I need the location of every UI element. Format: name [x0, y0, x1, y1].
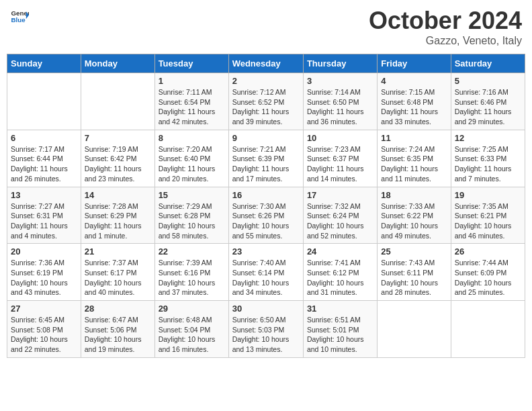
- day-number: 13: [11, 190, 77, 200]
- calendar-cell: 19 Sunrise: 7:35 AMSunset: 6:21 PMDaylig…: [451, 187, 525, 244]
- day-number: 2: [232, 76, 300, 86]
- day-info: Sunrise: 7:25 AMSunset: 6:33 PMDaylight:…: [455, 145, 512, 183]
- day-info: Sunrise: 7:37 AMSunset: 6:17 PMDaylight:…: [85, 259, 142, 296]
- day-info: Sunrise: 7:40 AMSunset: 6:14 PMDaylight:…: [232, 259, 290, 296]
- calendar-cell: 21 Sunrise: 7:37 AMSunset: 6:17 PMDaylig…: [81, 244, 154, 301]
- day-number: 20: [11, 246, 77, 257]
- calendar-week-row: 6 Sunrise: 7:17 AMSunset: 6:44 PMDayligh…: [7, 130, 525, 187]
- page-header: General Blue October 2024 Gazzo, Veneto,…: [7, 7, 525, 47]
- calendar-cell: 31 Sunrise: 6:51 AMSunset: 5:01 PMDaylig…: [303, 301, 377, 358]
- calendar-cell: [7, 73, 81, 130]
- day-number: 30: [232, 304, 300, 314]
- day-number: 5: [455, 76, 521, 86]
- day-info: Sunrise: 7:24 AMSunset: 6:35 PMDaylight:…: [381, 145, 438, 183]
- calendar-cell: [451, 301, 525, 358]
- weekday-header: Tuesday: [154, 54, 228, 73]
- calendar-cell: 12 Sunrise: 7:25 AMSunset: 6:33 PMDaylig…: [451, 130, 525, 187]
- calendar-cell: 23 Sunrise: 7:40 AMSunset: 6:14 PMDaylig…: [228, 244, 303, 301]
- calendar-week-row: 27 Sunrise: 6:45 AMSunset: 5:08 PMDaylig…: [7, 301, 525, 358]
- calendar-cell: 10 Sunrise: 7:23 AMSunset: 6:37 PMDaylig…: [303, 130, 377, 187]
- day-info: Sunrise: 7:16 AMSunset: 6:46 PMDaylight:…: [455, 88, 512, 126]
- day-number: 18: [381, 190, 447, 200]
- calendar-cell: 4 Sunrise: 7:15 AMSunset: 6:48 PMDayligh…: [378, 73, 451, 130]
- day-number: 14: [85, 190, 151, 200]
- calendar-cell: 7 Sunrise: 7:19 AMSunset: 6:42 PMDayligh…: [81, 130, 154, 187]
- svg-text:Blue: Blue: [11, 16, 26, 24]
- day-number: 3: [307, 76, 373, 86]
- calendar-cell: [81, 73, 154, 130]
- day-number: 10: [307, 133, 373, 143]
- day-info: Sunrise: 7:36 AMSunset: 6:19 PMDaylight:…: [11, 259, 68, 296]
- logo-icon: General Blue: [10, 7, 29, 26]
- calendar-cell: 18 Sunrise: 7:33 AMSunset: 6:22 PMDaylig…: [378, 187, 451, 244]
- day-info: Sunrise: 7:29 AMSunset: 6:28 PMDaylight:…: [159, 202, 216, 240]
- day-info: Sunrise: 7:17 AMSunset: 6:44 PMDaylight:…: [11, 145, 68, 183]
- calendar-cell: 25 Sunrise: 7:43 AMSunset: 6:11 PMDaylig…: [378, 244, 451, 301]
- day-info: Sunrise: 7:43 AMSunset: 6:11 PMDaylight:…: [381, 259, 438, 296]
- day-number: 24: [307, 246, 373, 257]
- calendar-cell: 8 Sunrise: 7:20 AMSunset: 6:40 PMDayligh…: [154, 130, 228, 187]
- weekday-header: Saturday: [451, 54, 525, 73]
- day-number: 6: [11, 133, 77, 143]
- day-number: 1: [159, 76, 225, 86]
- calendar-cell: 13 Sunrise: 7:27 AMSunset: 6:31 PMDaylig…: [7, 187, 81, 244]
- day-info: Sunrise: 7:35 AMSunset: 6:21 PMDaylight:…: [455, 202, 512, 240]
- day-number: 26: [455, 246, 521, 257]
- day-info: Sunrise: 6:50 AMSunset: 5:03 PMDaylight:…: [232, 316, 290, 353]
- calendar-cell: 20 Sunrise: 7:36 AMSunset: 6:19 PMDaylig…: [7, 244, 81, 301]
- day-number: 11: [381, 133, 447, 143]
- day-info: Sunrise: 7:11 AMSunset: 6:54 PMDaylight:…: [159, 88, 216, 126]
- day-info: Sunrise: 6:51 AMSunset: 5:01 PMDaylight:…: [307, 316, 364, 353]
- calendar-cell: 9 Sunrise: 7:21 AMSunset: 6:39 PMDayligh…: [228, 130, 303, 187]
- calendar-week-row: 13 Sunrise: 7:27 AMSunset: 6:31 PMDaylig…: [7, 187, 525, 244]
- day-number: 4: [381, 76, 447, 86]
- calendar-cell: 24 Sunrise: 7:41 AMSunset: 6:12 PMDaylig…: [303, 244, 377, 301]
- day-number: 21: [85, 246, 151, 257]
- calendar-week-row: 20 Sunrise: 7:36 AMSunset: 6:19 PMDaylig…: [7, 244, 525, 301]
- logo: General Blue: [10, 7, 29, 26]
- weekday-header: Friday: [378, 54, 451, 73]
- calendar-cell: 16 Sunrise: 7:30 AMSunset: 6:26 PMDaylig…: [228, 187, 303, 244]
- calendar-cell: 11 Sunrise: 7:24 AMSunset: 6:35 PMDaylig…: [378, 130, 451, 187]
- location-title: Gazzo, Veneto, Italy: [369, 35, 522, 47]
- day-number: 23: [232, 246, 300, 257]
- calendar-cell: 2 Sunrise: 7:12 AMSunset: 6:52 PMDayligh…: [228, 73, 303, 130]
- day-number: 19: [455, 190, 521, 200]
- day-number: 25: [381, 246, 447, 257]
- calendar-week-row: 1 Sunrise: 7:11 AMSunset: 6:54 PMDayligh…: [7, 73, 525, 130]
- day-info: Sunrise: 7:12 AMSunset: 6:52 PMDaylight:…: [232, 88, 290, 126]
- day-info: Sunrise: 7:44 AMSunset: 6:09 PMDaylight:…: [455, 259, 512, 296]
- calendar-cell: 6 Sunrise: 7:17 AMSunset: 6:44 PMDayligh…: [7, 130, 81, 187]
- day-info: Sunrise: 7:14 AMSunset: 6:50 PMDaylight:…: [307, 88, 364, 126]
- month-title: October 2024: [369, 7, 522, 35]
- day-info: Sunrise: 7:33 AMSunset: 6:22 PMDaylight:…: [381, 202, 438, 240]
- day-info: Sunrise: 7:28 AMSunset: 6:29 PMDaylight:…: [85, 202, 142, 240]
- day-number: 29: [159, 304, 225, 314]
- weekday-header: Monday: [81, 54, 154, 73]
- weekday-header: Wednesday: [228, 54, 303, 73]
- day-number: 7: [85, 133, 151, 143]
- weekday-header-row: SundayMondayTuesdayWednesdayThursdayFrid…: [7, 54, 525, 73]
- day-info: Sunrise: 7:23 AMSunset: 6:37 PMDaylight:…: [307, 145, 364, 183]
- day-number: 17: [307, 190, 373, 200]
- day-number: 22: [159, 246, 225, 257]
- calendar-cell: 30 Sunrise: 6:50 AMSunset: 5:03 PMDaylig…: [228, 301, 303, 358]
- day-info: Sunrise: 7:20 AMSunset: 6:40 PMDaylight:…: [159, 145, 216, 183]
- day-info: Sunrise: 7:19 AMSunset: 6:42 PMDaylight:…: [85, 145, 142, 183]
- calendar-table: SundayMondayTuesdayWednesdayThursdayFrid…: [7, 54, 525, 358]
- calendar-cell: [378, 301, 451, 358]
- calendar-cell: 5 Sunrise: 7:16 AMSunset: 6:46 PMDayligh…: [451, 73, 525, 130]
- day-info: Sunrise: 7:30 AMSunset: 6:26 PMDaylight:…: [232, 202, 290, 240]
- day-number: 27: [11, 304, 77, 314]
- title-block: October 2024 Gazzo, Veneto, Italy: [369, 7, 522, 47]
- day-info: Sunrise: 7:21 AMSunset: 6:39 PMDaylight:…: [232, 145, 290, 183]
- calendar-cell: 3 Sunrise: 7:14 AMSunset: 6:50 PMDayligh…: [303, 73, 377, 130]
- calendar-cell: 17 Sunrise: 7:32 AMSunset: 6:24 PMDaylig…: [303, 187, 377, 244]
- day-number: 31: [307, 304, 373, 314]
- calendar-cell: 1 Sunrise: 7:11 AMSunset: 6:54 PMDayligh…: [154, 73, 228, 130]
- day-number: 8: [159, 133, 225, 143]
- day-info: Sunrise: 7:39 AMSunset: 6:16 PMDaylight:…: [159, 259, 216, 296]
- weekday-header: Thursday: [303, 54, 377, 73]
- calendar-cell: 29 Sunrise: 6:48 AMSunset: 5:04 PMDaylig…: [154, 301, 228, 358]
- weekday-header: Sunday: [7, 54, 81, 73]
